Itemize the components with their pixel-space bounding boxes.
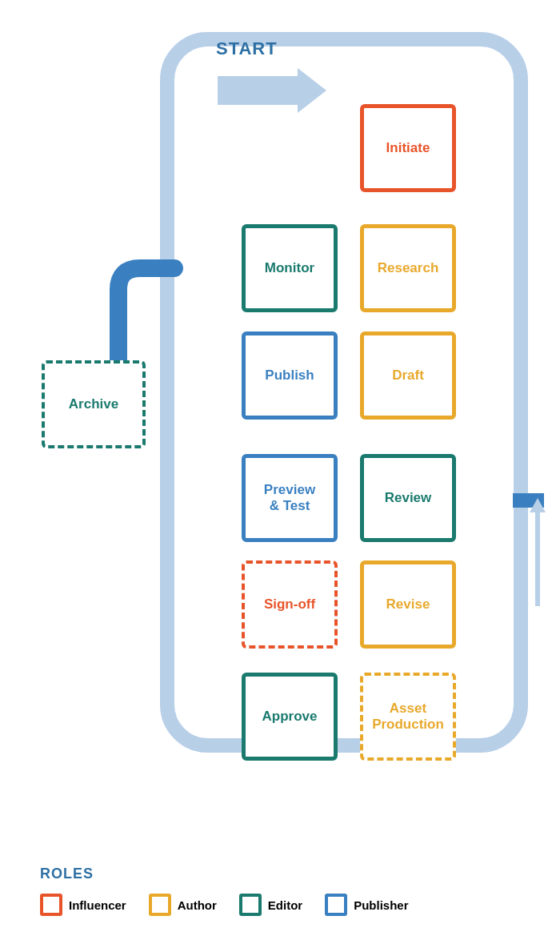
- review-box: Review: [360, 454, 456, 542]
- review-label: Review: [385, 490, 432, 506]
- legend-item-author: Author: [149, 894, 217, 916]
- influencer-icon: [40, 894, 62, 916]
- asset-production-label: Asset Production: [372, 701, 444, 733]
- draft-box: Draft: [360, 331, 456, 420]
- preview-test-box: Preview & Test: [242, 454, 338, 542]
- monitor-box: Monitor: [242, 224, 338, 312]
- legend-item-influencer: Influencer: [40, 894, 126, 916]
- legend-items: Influencer Author Editor Publisher: [40, 894, 536, 916]
- arrow-body: [218, 76, 298, 105]
- approve-label: Approve: [262, 709, 318, 725]
- revise-box: Revise: [360, 560, 456, 649]
- revise-label: Revise: [386, 597, 430, 613]
- monitor-label: Monitor: [265, 260, 314, 276]
- signoff-box: Sign-off: [242, 560, 338, 649]
- initiate-label: Initiate: [386, 140, 430, 156]
- research-box: Research: [360, 224, 456, 312]
- signoff-label: Sign-off: [264, 597, 315, 613]
- asset-production-box: Asset Production: [360, 673, 456, 761]
- start-label: START: [216, 38, 278, 59]
- research-label: Research: [378, 260, 439, 276]
- main-track: [160, 32, 528, 753]
- editor-icon: [239, 894, 262, 916]
- author-label: Author: [178, 898, 217, 912]
- publish-label: Publish: [265, 368, 314, 384]
- influencer-label: Influencer: [69, 898, 126, 912]
- legend-item-publisher: Publisher: [325, 894, 408, 916]
- editor-label: Editor: [268, 898, 302, 912]
- legend-title: ROLES: [40, 866, 536, 882]
- approve-box: Approve: [242, 673, 338, 761]
- publish-box: Publish: [242, 331, 338, 420]
- archive-label: Archive: [69, 396, 118, 412]
- diagram-area: START Initiate Monitor Research Publish …: [0, 0, 560, 801]
- svg-marker-3: [530, 498, 546, 512]
- initiate-box: Initiate: [360, 104, 456, 192]
- publisher-icon: [325, 894, 347, 916]
- archive-box: Archive: [42, 360, 146, 448]
- legend-item-editor: Editor: [239, 894, 302, 916]
- preview-test-label: Preview & Test: [264, 482, 315, 514]
- arrow-head: [298, 68, 326, 113]
- legend: ROLES Influencer Author Editor Publisher: [40, 866, 536, 916]
- flow-arrow-right: [218, 68, 326, 113]
- author-icon: [149, 894, 171, 916]
- publisher-label: Publisher: [354, 898, 408, 912]
- draft-label: Draft: [392, 368, 424, 384]
